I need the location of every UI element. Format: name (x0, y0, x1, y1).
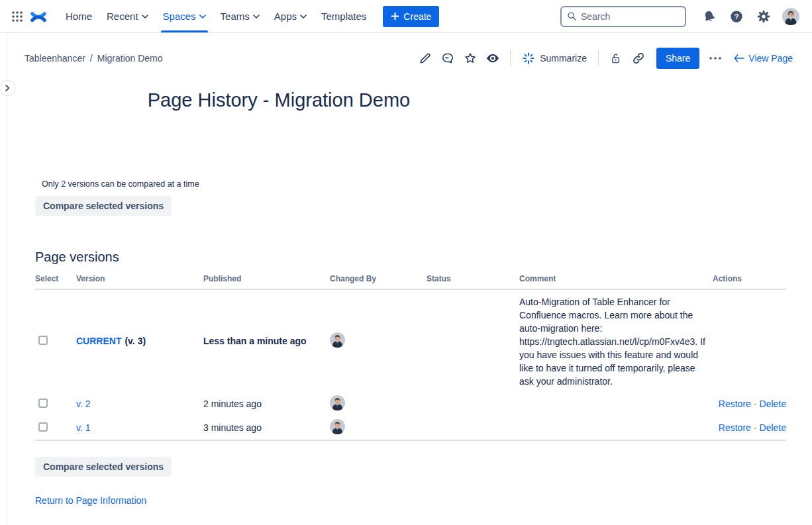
chevron-down-icon (300, 14, 307, 19)
comment-button[interactable] (438, 48, 458, 68)
nav-teams-label: Teams (221, 11, 250, 22)
version-link[interactable]: v. 1 (76, 422, 91, 433)
create-button[interactable]: Create (383, 6, 439, 27)
nav-home-label: Home (66, 11, 92, 22)
changed-by-avatar[interactable] (330, 332, 345, 348)
confluence-logo-icon (30, 8, 47, 25)
confluence-logo[interactable] (28, 6, 49, 27)
breadcrumb-toolbar-row: Tableenhancer / Migration Demo (7, 33, 812, 75)
restrictions-button[interactable] (606, 48, 626, 68)
table-row-v1: v. 1 3 minutes ago (35, 416, 786, 440)
header-actions: Actions (713, 274, 786, 283)
expand-sidebar-button[interactable] (0, 80, 15, 96)
more-actions-button[interactable] (705, 48, 726, 68)
published-cell: Less than a minute ago (203, 336, 330, 346)
nav-home[interactable]: Home (58, 0, 99, 32)
chevron-down-icon (199, 14, 206, 19)
comment-icon (440, 51, 455, 66)
link-icon (631, 51, 646, 66)
gear-icon (756, 9, 771, 24)
version-current-link[interactable]: CURRENT (76, 336, 121, 346)
breadcrumb-space-link[interactable]: Tableenhancer (25, 53, 85, 64)
toolbar-divider (598, 50, 599, 66)
settings-button[interactable] (753, 6, 774, 27)
svg-text:?: ? (735, 12, 739, 20)
profile-button[interactable] (780, 6, 801, 27)
page-versions-heading: Page versions (35, 249, 812, 265)
search-box[interactable] (560, 6, 686, 27)
restore-link[interactable]: Restore (719, 422, 751, 433)
pencil-icon (418, 51, 432, 66)
toolbar-divider (510, 50, 511, 66)
chevron-down-icon (253, 14, 260, 19)
watch-button[interactable] (483, 48, 503, 68)
user-avatar (782, 8, 799, 25)
summarize-button[interactable]: Summarize (518, 48, 591, 68)
header-changed-by: Changed By (330, 274, 427, 283)
page-toolbar: Summarize Share (415, 48, 793, 69)
compare-note: Only 2 versions can be compared at a tim… (42, 179, 812, 189)
compare-selected-versions-button-bottom[interactable]: Compare selected versions (35, 457, 172, 477)
header-select: Select (35, 274, 76, 283)
share-button[interactable]: Share (656, 48, 699, 69)
table-row-v2: v. 2 2 minutes ago (35, 392, 786, 416)
nav-recent[interactable]: Recent (99, 0, 156, 32)
nav-teams[interactable]: Teams (213, 0, 267, 32)
header-published: Published (203, 274, 330, 283)
unlock-icon (609, 52, 623, 66)
nav-apps[interactable]: Apps (267, 0, 314, 32)
nav-spaces[interactable]: Spaces (156, 0, 213, 32)
table-header-row: Select Version Published Changed By Stat… (35, 273, 786, 290)
action-separator: · (754, 422, 757, 433)
compare-selected-versions-button-top[interactable]: Compare selected versions (35, 196, 172, 216)
return-to-page-information-link[interactable]: Return to Page Information (35, 495, 146, 506)
nav-templates-label: Templates (321, 11, 366, 22)
search-icon (567, 11, 577, 22)
nav-spaces-label: Spaces (163, 11, 196, 22)
main-menu: Home Recent Spaces Teams Apps Templates (58, 0, 374, 32)
chevron-right-icon (4, 84, 11, 92)
action-separator: · (754, 399, 757, 409)
view-page-link[interactable]: View Page (734, 53, 793, 64)
nav-recent-label: Recent (107, 11, 138, 22)
plus-icon (391, 12, 399, 21)
delete-link[interactable]: Delete (760, 399, 786, 409)
create-button-label: Create (403, 11, 431, 22)
favorite-button[interactable] (460, 48, 480, 68)
changed-by-avatar[interactable] (330, 419, 345, 434)
version-suffix: (v. 3) (125, 336, 146, 346)
version-checkbox[interactable] (38, 422, 48, 432)
breadcrumb-page-link[interactable]: Migration Demo (97, 53, 163, 64)
restore-link[interactable]: Restore (719, 399, 751, 409)
version-checkbox[interactable] (38, 399, 48, 408)
search-input[interactable] (581, 11, 680, 22)
version-checkbox[interactable] (38, 336, 48, 345)
table-row-current: CURRENT(v. 3) Less than a minute ago (35, 290, 786, 392)
star-icon (463, 51, 478, 66)
header-comment: Comment (519, 274, 713, 283)
copy-link-button[interactable] (629, 48, 648, 68)
header-version: Version (76, 274, 203, 283)
summarize-label: Summarize (540, 53, 587, 64)
version-link[interactable]: v. 2 (76, 399, 91, 409)
comment-cell (519, 423, 713, 432)
app-switcher-button[interactable] (7, 6, 28, 27)
breadcrumb: Tableenhancer / Migration Demo (25, 53, 163, 64)
ellipsis-icon (709, 56, 722, 60)
breadcrumb-separator: / (90, 53, 93, 64)
top-navigation: Home Recent Spaces Teams Apps Templates (0, 0, 812, 33)
published-cell: 2 minutes ago (203, 399, 330, 409)
comment-cell: Auto-Migration of Table Enhancer for Con… (519, 290, 713, 392)
help-button[interactable]: ? (726, 6, 747, 27)
comment-cell (519, 399, 713, 408)
notifications-button[interactable] (699, 6, 720, 27)
bell-icon (702, 9, 717, 24)
nav-templates[interactable]: Templates (314, 0, 374, 32)
changed-by-avatar[interactable] (330, 395, 345, 410)
arrow-left-icon (734, 54, 744, 62)
help-icon: ? (729, 9, 744, 24)
page-container: Tableenhancer / Migration Demo (7, 33, 812, 524)
edit-button[interactable] (415, 48, 435, 68)
delete-link[interactable]: Delete (760, 422, 786, 433)
published-cell: 3 minutes ago (203, 422, 330, 433)
